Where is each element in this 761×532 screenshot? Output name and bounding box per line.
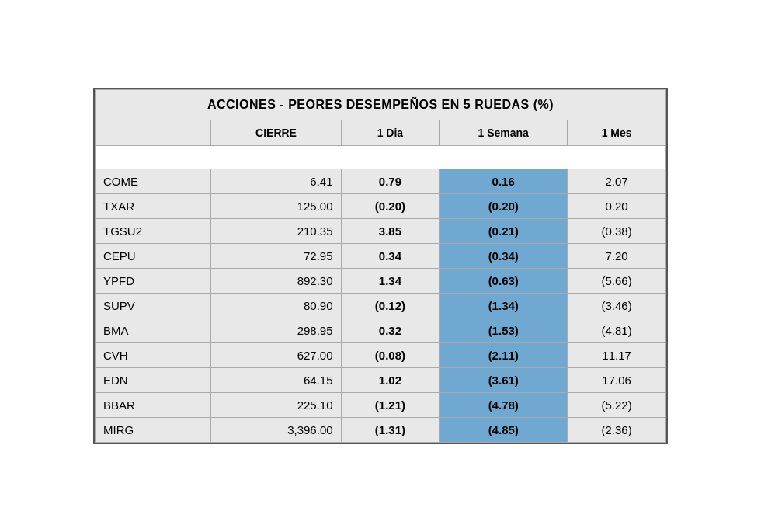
mes-val: 11.17 [568, 343, 666, 368]
semana-val: (4.85) [440, 418, 568, 443]
semana-val: (3.61) [440, 368, 568, 393]
semana-val: (0.34) [440, 244, 568, 269]
table-row: TGSU2 210.35 3.85 (0.21) (0.38) [96, 219, 666, 244]
header-row: CIERRE 1 Dia 1 Semana 1 Mes [96, 120, 666, 146]
mes-val: (4.81) [568, 318, 666, 343]
dia-val: 0.32 [341, 318, 440, 343]
empty-cell [96, 146, 666, 169]
cierre-val: 210.35 [211, 219, 341, 244]
stock-name: TGSU2 [96, 219, 211, 244]
table-row: TXAR 125.00 (0.20) (0.20) 0.20 [96, 194, 666, 219]
dia-val: (1.31) [341, 418, 440, 443]
mes-val: 7.20 [568, 244, 666, 269]
dia-val: 0.34 [341, 244, 440, 269]
table-row: YPFD 892.30 1.34 (0.63) (5.66) [96, 269, 666, 294]
header-name [96, 120, 211, 146]
semana-val: 0.16 [440, 169, 568, 194]
stock-name: BMA [96, 318, 211, 343]
dia-val: (0.08) [341, 343, 440, 368]
cierre-val: 627.00 [211, 343, 341, 368]
mes-val: 0.20 [568, 194, 666, 219]
cierre-val: 64.15 [211, 368, 341, 393]
cierre-val: 6.41 [211, 169, 341, 194]
semana-val: (0.63) [440, 269, 568, 294]
cierre-val: 3,396.00 [211, 418, 341, 443]
stock-name: TXAR [96, 194, 211, 219]
table-row: BBAR 225.10 (1.21) (4.78) (5.22) [96, 393, 666, 418]
table-row: COME 6.41 0.79 0.16 2.07 [96, 169, 666, 194]
cierre-val: 125.00 [211, 194, 341, 219]
cierre-val: 892.30 [211, 269, 341, 294]
mes-val: (0.38) [568, 219, 666, 244]
dia-val: 0.79 [341, 169, 440, 194]
header-cierre: CIERRE [211, 120, 341, 146]
acciones-table: ACCIONES - PEORES DESEMPEÑOS EN 5 RUEDAS… [95, 89, 666, 443]
cierre-val: 298.95 [211, 318, 341, 343]
dia-val: 3.85 [341, 219, 440, 244]
dia-val: (0.12) [341, 294, 440, 318]
header-dia: 1 Dia [341, 120, 440, 146]
mes-val: (2.36) [568, 418, 666, 443]
semana-val: (1.34) [440, 294, 568, 318]
stock-name: BBAR [96, 393, 211, 418]
mes-val: (5.66) [568, 269, 666, 294]
stock-name: EDN [96, 368, 211, 393]
main-table-wrapper: ACCIONES - PEORES DESEMPEÑOS EN 5 RUEDAS… [93, 88, 668, 444]
cierre-val: 225.10 [211, 393, 341, 418]
stock-name: CEPU [96, 244, 211, 269]
mes-val: (3.46) [568, 294, 666, 318]
semana-val: (1.53) [440, 318, 568, 343]
table-row: SUPV 80.90 (0.12) (1.34) (3.46) [96, 294, 666, 318]
stock-name: YPFD [96, 269, 211, 294]
empty-row [96, 146, 666, 169]
stock-name: CVH [96, 343, 211, 368]
table-row: MIRG 3,396.00 (1.31) (4.85) (2.36) [96, 418, 666, 443]
table-row: BMA 298.95 0.32 (1.53) (4.81) [96, 318, 666, 343]
semana-val: (2.11) [440, 343, 568, 368]
table-row: CVH 627.00 (0.08) (2.11) 11.17 [96, 343, 666, 368]
stock-name: SUPV [96, 294, 211, 318]
semana-val: (0.21) [440, 219, 568, 244]
dia-val: 1.02 [341, 368, 440, 393]
semana-val: (0.20) [440, 194, 568, 219]
stock-name: COME [96, 169, 211, 194]
table-title: ACCIONES - PEORES DESEMPEÑOS EN 5 RUEDAS… [96, 90, 666, 120]
dia-val: (0.20) [341, 194, 440, 219]
title-row: ACCIONES - PEORES DESEMPEÑOS EN 5 RUEDAS… [96, 90, 666, 120]
semana-val: (4.78) [440, 393, 568, 418]
header-semana: 1 Semana [440, 120, 568, 146]
stock-name: MIRG [96, 418, 211, 443]
mes-val: 2.07 [568, 169, 666, 194]
cierre-val: 80.90 [211, 294, 341, 318]
table-row: CEPU 72.95 0.34 (0.34) 7.20 [96, 244, 666, 269]
mes-val: (5.22) [568, 393, 666, 418]
table-row: EDN 64.15 1.02 (3.61) 17.06 [96, 368, 666, 393]
header-mes: 1 Mes [568, 120, 666, 146]
dia-val: 1.34 [341, 269, 440, 294]
cierre-val: 72.95 [211, 244, 341, 269]
dia-val: (1.21) [341, 393, 440, 418]
mes-val: 17.06 [568, 368, 666, 393]
